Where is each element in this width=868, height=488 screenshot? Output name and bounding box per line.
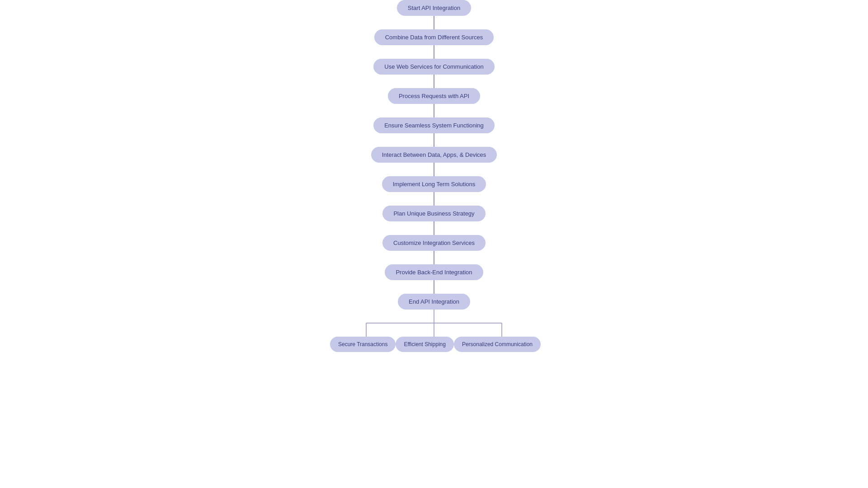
- connector-7: [434, 221, 434, 235]
- flowchart-container: Start API Integration Combine Data from …: [321, 0, 547, 352]
- node-provide: Provide Back-End Integration: [385, 264, 483, 280]
- connector-1: [434, 45, 434, 59]
- node-interact: Interact Between Data, Apps, & Devices: [371, 147, 497, 163]
- node-plan: Plan Unique Business Strategy: [382, 206, 485, 221]
- node-ensure: Ensure Seamless System Functioning: [373, 117, 495, 133]
- node-webservices: Use Web Services for Communication: [373, 59, 494, 75]
- node-customize: Customize Integration Services: [382, 235, 486, 251]
- connector-3: [434, 104, 434, 117]
- node-process: Process Requests with API: [388, 88, 480, 104]
- connector-2: [434, 75, 434, 88]
- connector-6: [434, 192, 434, 206]
- connector-8: [434, 251, 434, 264]
- node-combine: Combine Data from Different Sources: [374, 29, 494, 45]
- branch-lines-svg: [330, 310, 538, 337]
- branch-nodes-container: Secure Transactions Efficient Shipping P…: [330, 337, 538, 352]
- node-secure: Secure Transactions: [330, 337, 396, 352]
- node-shipping: Efficient Shipping: [396, 337, 454, 352]
- connector-4: [434, 133, 434, 147]
- node-communication: Personalized Communication: [454, 337, 541, 352]
- connector-5: [434, 163, 434, 176]
- node-end: End API Integration: [398, 294, 470, 310]
- connector-9: [434, 280, 434, 294]
- node-implement: Implement Long Term Solutions: [382, 176, 486, 192]
- node-start: Start API Integration: [397, 0, 471, 16]
- connector-0: [434, 16, 434, 29]
